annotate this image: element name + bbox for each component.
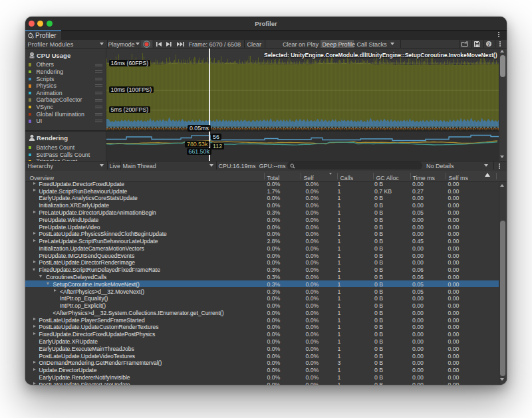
svg-text:CPU: CPU: [30, 56, 34, 58]
